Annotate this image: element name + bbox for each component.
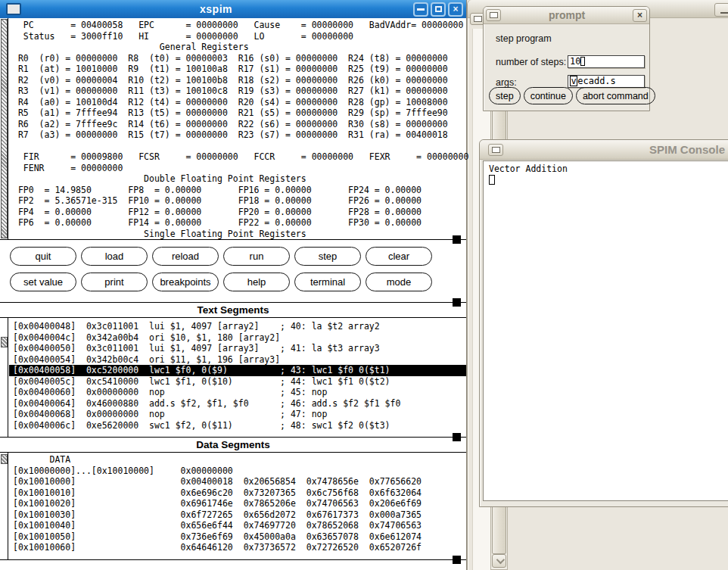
close-icon: × (453, 4, 458, 14)
window-title: xspim (21, 3, 411, 15)
current-instruction-row[interactable]: [0x00400058] 0xc5200000 lwc1 $f0, 0($9) … (9, 365, 466, 376)
pane-sash-handle[interactable] (453, 433, 461, 441)
close-button[interactable]: × (448, 2, 463, 17)
prompt-dialog: prompt × step program number of steps: 1… (483, 6, 650, 111)
window-menu-icon (474, 16, 482, 22)
steps-input[interactable]: 10 (568, 55, 645, 68)
scrollbar-thumb[interactable] (1, 19, 8, 238)
console-output[interactable]: Vector Addition (483, 160, 728, 501)
window-menu-icon[interactable] (6, 3, 21, 15)
minimize-icon (720, 12, 728, 14)
data-segments-header: Data Segments (0, 438, 466, 453)
data-segments-scrollbar[interactable] (0, 453, 8, 559)
text-cursor: v (570, 76, 577, 86)
continue-button[interactable]: continue (524, 87, 573, 104)
data-segment-lines: DATA [0x10000000]...[0x10010000] 0x00000… (13, 454, 422, 553)
terminal-button[interactable]: terminal (294, 273, 361, 291)
console-text: Vector Addition (489, 164, 568, 174)
minimize-button[interactable] (413, 2, 428, 17)
pane-separator (0, 559, 466, 560)
mode-button[interactable]: mode (366, 273, 432, 291)
window-menu-button[interactable] (486, 9, 501, 21)
minimize-icon (417, 8, 425, 11)
console-title: SPIM Console (649, 143, 725, 156)
xspim-titlebar[interactable]: xspim × (0, 0, 466, 18)
prompt-title: prompt (501, 9, 633, 21)
clear-button[interactable]: clear (366, 247, 432, 266)
window-menu-icon (490, 12, 498, 18)
scrollbar-thumb[interactable] (1, 454, 8, 464)
scrollbar-thumb[interactable] (1, 337, 8, 347)
console-titlebar[interactable]: SPIM Console (480, 140, 728, 160)
load-button[interactable]: load (81, 247, 148, 266)
close-button[interactable]: × (633, 9, 647, 22)
step-button[interactable]: step (294, 247, 361, 266)
prompt-message: step program (484, 24, 649, 44)
print-button[interactable]: print (81, 273, 148, 291)
text-segments-scrollbar[interactable] (0, 318, 8, 437)
pane-separator (0, 437, 466, 438)
text-cursor (580, 57, 585, 66)
run-button[interactable]: run (223, 247, 290, 266)
close-icon: × (637, 10, 642, 20)
breakpoints-button[interactable]: breakpoints (152, 273, 219, 291)
registers-pane: PC = 00400058 EPC = 00000000 Cause = 000… (0, 18, 466, 239)
maximize-button[interactable] (431, 2, 446, 17)
args-value: ecadd.s (577, 76, 616, 86)
maximize-icon (435, 6, 442, 12)
text-segments-header: Text Segments (0, 303, 466, 318)
xspim-window: xspim × PC = 00400058 EPC = 00000000 Cau… (0, 0, 467, 570)
text-cursor (489, 175, 495, 185)
text-segment-lines: [0x0040005c] 0xc5410000 lwc1 $f1, 0($10)… (9, 376, 466, 431)
spim-console-window: SPIM Console Vector Addition (479, 139, 728, 507)
args-input[interactable]: vecadd.s (568, 75, 645, 88)
steps-label: number of steps: (496, 57, 566, 67)
data-segments-pane: DATA [0x10000000]...[0x10010000] 0x00000… (0, 453, 466, 559)
args-label: args: (496, 77, 517, 88)
scrollbar-down-button[interactable] (492, 554, 506, 568)
step-button[interactable]: step (489, 87, 521, 104)
chevron-down-icon (496, 556, 504, 564)
registers-scrollbar[interactable] (0, 18, 8, 239)
pane-sash-handle[interactable] (453, 298, 461, 307)
buttons-pane: quit load reload run step clear set valu… (0, 240, 466, 302)
pane-sash-handle[interactable] (453, 235, 461, 244)
set-value-button[interactable]: set value (10, 273, 76, 291)
pane-sash-handle[interactable] (453, 556, 461, 564)
window-menu-button[interactable] (488, 144, 503, 156)
abort-command-button[interactable]: abort command (576, 87, 655, 104)
pane-separator (0, 302, 466, 303)
reload-button[interactable]: reload (152, 247, 219, 266)
minimize-button[interactable] (714, 3, 728, 17)
steps-value: 10 (570, 56, 580, 67)
text-segment-lines: [0x00400048] 0x3c011001 lui $1, 4097 [ar… (9, 321, 466, 365)
prompt-titlebar[interactable]: prompt × (484, 7, 649, 24)
window-menu-icon (492, 147, 500, 153)
help-button[interactable]: help (223, 273, 290, 291)
pane-separator (0, 239, 466, 240)
quit-button[interactable]: quit (10, 247, 76, 266)
registers-text: PC = 00400058 EPC = 00000000 Cause = 000… (13, 20, 468, 239)
text-segments-pane: [0x00400048] 0x3c011001 lui $1, 4097 [ar… (0, 318, 466, 437)
